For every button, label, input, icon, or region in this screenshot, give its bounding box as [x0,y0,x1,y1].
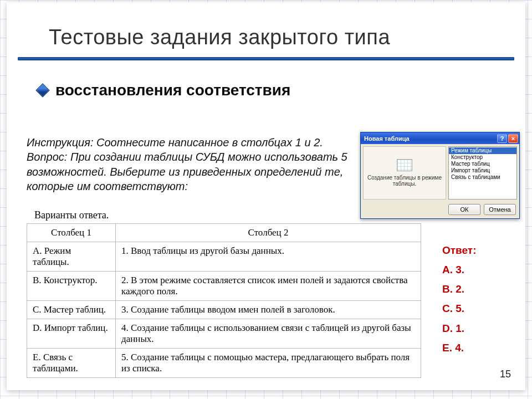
dialog-option-list[interactable]: Режим таблицы Конструктор Мастер таблиц … [448,146,517,200]
dialog-description: Создание таблицы в режиме таблицы. [367,175,442,187]
list-item[interactable]: Конструктор [449,154,516,161]
dialog-title: Новая таблица [364,135,410,142]
cancel-button[interactable]: Отмена [484,204,516,215]
table-row: C. Мастер таблиц. 3. Создание таблицы вв… [27,301,421,319]
answer-item: B. 2. [442,279,476,299]
cell-col1: B. Конструктор. [27,272,116,301]
answer-item: A. 3. [442,260,476,279]
cell-col1: C. Мастер таблиц. [27,301,116,319]
cell-col2: 1. Ввод таблицы из другой базы данных. [116,242,421,272]
table-header-col1: Столбец 1 [27,224,116,242]
list-item[interactable]: Импорт таблиц [449,167,516,174]
instruction-line: Инструкция: Соотнесите написанное в стол… [27,136,323,149]
cell-col1: A. Режим таблицы. [27,242,116,272]
table-row: A. Режим таблицы. 1. Ввод таблицы из дру… [27,242,421,272]
list-item[interactable]: Мастер таблиц [449,161,516,167]
cell-col2: 5. Создание таблицы с помощью мастера, п… [116,349,421,378]
question-text: Инструкция: Соотнесите написанное в стол… [27,135,352,194]
answer-item: D. 1. [442,319,476,338]
cell-col1: E. Связь с таблицами. [27,349,116,378]
answer-item: E. 4. [442,338,476,357]
dialog-titlebar[interactable]: Новая таблица ? × [361,132,519,144]
dialog-buttons: ОК Отмена [361,202,519,218]
question-line: Вопрос: При создании таблицы СУБД можно … [27,151,347,192]
answer-label: Ответ: [442,241,476,260]
cell-col2: 2. В этом режиме составляется список име… [116,272,421,301]
table-header-row: Столбец 1 Столбец 2 [27,224,421,242]
page-number: 15 [500,369,511,380]
dialog-preview-pane: Создание таблицы в режиме таблицы. [363,146,446,200]
help-icon[interactable]: ? [497,134,507,143]
cell-col2: 3. Создание таблицы вводом имен полей в … [116,301,421,319]
close-icon[interactable]: × [508,134,518,143]
table-row: E. Связь с таблицами. 5. Создание таблиц… [27,349,421,378]
cell-col2: 4. Создание таблицы с использованием свя… [116,319,421,349]
subtitle: восстановления соответствия [55,81,290,99]
list-item[interactable]: Связь с таблицами [449,174,516,181]
subtitle-row: восстановления соответствия [7,60,525,99]
table-header-col2: Столбец 2 [116,224,421,242]
bullet-diamond-icon [35,83,49,97]
dialog-body: Создание таблицы в режиме таблицы. Режим… [361,144,519,202]
new-table-dialog: Новая таблица ? × Создание таблицы в реж… [360,132,520,219]
answer-item: C. 5. [442,299,476,318]
table-row: B. Конструктор. 2. В этом режиме составл… [27,272,421,301]
table-icon [397,159,412,171]
match-table: Столбец 1 Столбец 2 A. Режим таблицы. 1.… [27,223,421,378]
answer-table-block: Варианты ответа. Столбец 1 Столбец 2 A. … [27,209,421,378]
cell-col1: D. Импорт таблиц. [27,319,116,349]
table-row: D. Импорт таблиц. 4. Создание таблицы с … [27,319,421,349]
slide: Тестовые задания закрытого типа восстано… [7,2,525,390]
answer-key: Ответ: A. 3. B. 2. C. 5. D. 1. E. 4. [442,241,476,357]
ok-button[interactable]: ОК [448,204,480,215]
slide-title: Тестовые задания закрытого типа [7,2,525,54]
list-item[interactable]: Режим таблицы [449,147,516,154]
